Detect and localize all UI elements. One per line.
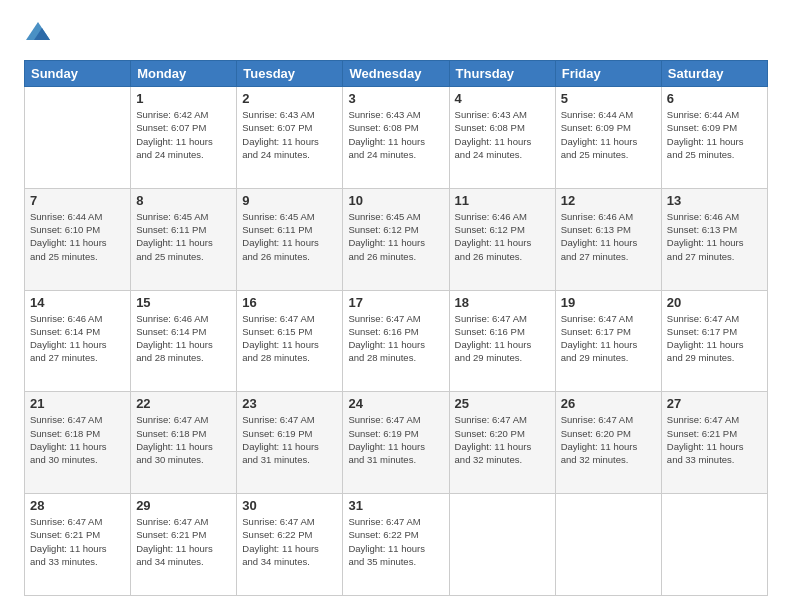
day-info: Sunrise: 6:46 AM Sunset: 6:14 PM Dayligh… [136,312,231,365]
calendar-header-row: SundayMondayTuesdayWednesdayThursdayFrid… [25,61,768,87]
logo [24,20,56,48]
day-number: 11 [455,193,550,208]
calendar-day-header: Saturday [661,61,767,87]
day-info: Sunrise: 6:47 AM Sunset: 6:22 PM Dayligh… [348,515,443,568]
day-info: Sunrise: 6:47 AM Sunset: 6:21 PM Dayligh… [30,515,125,568]
calendar-cell: 13Sunrise: 6:46 AM Sunset: 6:13 PM Dayli… [661,188,767,290]
calendar-cell: 17Sunrise: 6:47 AM Sunset: 6:16 PM Dayli… [343,290,449,392]
day-info: Sunrise: 6:45 AM Sunset: 6:12 PM Dayligh… [348,210,443,263]
day-number: 21 [30,396,125,411]
day-number: 9 [242,193,337,208]
day-number: 10 [348,193,443,208]
day-info: Sunrise: 6:46 AM Sunset: 6:12 PM Dayligh… [455,210,550,263]
day-info: Sunrise: 6:47 AM Sunset: 6:19 PM Dayligh… [348,413,443,466]
calendar-cell [25,87,131,189]
calendar-cell [555,494,661,596]
day-info: Sunrise: 6:43 AM Sunset: 6:08 PM Dayligh… [455,108,550,161]
day-info: Sunrise: 6:47 AM Sunset: 6:16 PM Dayligh… [455,312,550,365]
day-info: Sunrise: 6:47 AM Sunset: 6:17 PM Dayligh… [561,312,656,365]
calendar-cell: 7Sunrise: 6:44 AM Sunset: 6:10 PM Daylig… [25,188,131,290]
calendar-cell: 9Sunrise: 6:45 AM Sunset: 6:11 PM Daylig… [237,188,343,290]
calendar-cell: 28Sunrise: 6:47 AM Sunset: 6:21 PM Dayli… [25,494,131,596]
day-number: 17 [348,295,443,310]
calendar-cell: 8Sunrise: 6:45 AM Sunset: 6:11 PM Daylig… [131,188,237,290]
day-number: 24 [348,396,443,411]
calendar-week-row: 1Sunrise: 6:42 AM Sunset: 6:07 PM Daylig… [25,87,768,189]
day-info: Sunrise: 6:47 AM Sunset: 6:16 PM Dayligh… [348,312,443,365]
day-number: 5 [561,91,656,106]
day-number: 18 [455,295,550,310]
day-info: Sunrise: 6:44 AM Sunset: 6:09 PM Dayligh… [561,108,656,161]
header [24,20,768,48]
day-info: Sunrise: 6:45 AM Sunset: 6:11 PM Dayligh… [242,210,337,263]
calendar-cell: 12Sunrise: 6:46 AM Sunset: 6:13 PM Dayli… [555,188,661,290]
day-info: Sunrise: 6:42 AM Sunset: 6:07 PM Dayligh… [136,108,231,161]
day-info: Sunrise: 6:47 AM Sunset: 6:21 PM Dayligh… [136,515,231,568]
day-number: 2 [242,91,337,106]
day-number: 12 [561,193,656,208]
day-number: 15 [136,295,231,310]
calendar-cell: 23Sunrise: 6:47 AM Sunset: 6:19 PM Dayli… [237,392,343,494]
calendar-day-header: Sunday [25,61,131,87]
calendar-day-header: Monday [131,61,237,87]
calendar-cell: 1Sunrise: 6:42 AM Sunset: 6:07 PM Daylig… [131,87,237,189]
day-info: Sunrise: 6:47 AM Sunset: 6:21 PM Dayligh… [667,413,762,466]
day-info: Sunrise: 6:46 AM Sunset: 6:13 PM Dayligh… [561,210,656,263]
day-number: 26 [561,396,656,411]
calendar-week-row: 28Sunrise: 6:47 AM Sunset: 6:21 PM Dayli… [25,494,768,596]
day-info: Sunrise: 6:47 AM Sunset: 6:22 PM Dayligh… [242,515,337,568]
day-info: Sunrise: 6:45 AM Sunset: 6:11 PM Dayligh… [136,210,231,263]
day-number: 31 [348,498,443,513]
calendar-cell: 29Sunrise: 6:47 AM Sunset: 6:21 PM Dayli… [131,494,237,596]
day-info: Sunrise: 6:43 AM Sunset: 6:08 PM Dayligh… [348,108,443,161]
day-number: 22 [136,396,231,411]
day-number: 13 [667,193,762,208]
day-number: 28 [30,498,125,513]
day-info: Sunrise: 6:46 AM Sunset: 6:14 PM Dayligh… [30,312,125,365]
day-info: Sunrise: 6:44 AM Sunset: 6:09 PM Dayligh… [667,108,762,161]
day-number: 25 [455,396,550,411]
day-number: 27 [667,396,762,411]
day-info: Sunrise: 6:44 AM Sunset: 6:10 PM Dayligh… [30,210,125,263]
day-info: Sunrise: 6:47 AM Sunset: 6:20 PM Dayligh… [455,413,550,466]
day-info: Sunrise: 6:46 AM Sunset: 6:13 PM Dayligh… [667,210,762,263]
day-info: Sunrise: 6:47 AM Sunset: 6:15 PM Dayligh… [242,312,337,365]
day-number: 1 [136,91,231,106]
day-info: Sunrise: 6:47 AM Sunset: 6:19 PM Dayligh… [242,413,337,466]
calendar-table: SundayMondayTuesdayWednesdayThursdayFrid… [24,60,768,596]
day-number: 4 [455,91,550,106]
day-number: 16 [242,295,337,310]
calendar-cell: 3Sunrise: 6:43 AM Sunset: 6:08 PM Daylig… [343,87,449,189]
day-number: 6 [667,91,762,106]
calendar-cell: 26Sunrise: 6:47 AM Sunset: 6:20 PM Dayli… [555,392,661,494]
day-number: 8 [136,193,231,208]
page: SundayMondayTuesdayWednesdayThursdayFrid… [0,0,792,612]
calendar-cell: 14Sunrise: 6:46 AM Sunset: 6:14 PM Dayli… [25,290,131,392]
day-number: 29 [136,498,231,513]
day-number: 7 [30,193,125,208]
day-info: Sunrise: 6:47 AM Sunset: 6:17 PM Dayligh… [667,312,762,365]
calendar-cell: 25Sunrise: 6:47 AM Sunset: 6:20 PM Dayli… [449,392,555,494]
calendar-week-row: 21Sunrise: 6:47 AM Sunset: 6:18 PM Dayli… [25,392,768,494]
calendar-cell: 10Sunrise: 6:45 AM Sunset: 6:12 PM Dayli… [343,188,449,290]
calendar-cell: 22Sunrise: 6:47 AM Sunset: 6:18 PM Dayli… [131,392,237,494]
calendar-day-header: Wednesday [343,61,449,87]
calendar-cell: 2Sunrise: 6:43 AM Sunset: 6:07 PM Daylig… [237,87,343,189]
calendar-week-row: 7Sunrise: 6:44 AM Sunset: 6:10 PM Daylig… [25,188,768,290]
calendar-cell [449,494,555,596]
calendar-cell: 18Sunrise: 6:47 AM Sunset: 6:16 PM Dayli… [449,290,555,392]
day-number: 20 [667,295,762,310]
calendar-cell: 11Sunrise: 6:46 AM Sunset: 6:12 PM Dayli… [449,188,555,290]
calendar-cell: 4Sunrise: 6:43 AM Sunset: 6:08 PM Daylig… [449,87,555,189]
logo-icon [24,20,52,48]
calendar-cell: 5Sunrise: 6:44 AM Sunset: 6:09 PM Daylig… [555,87,661,189]
day-number: 19 [561,295,656,310]
calendar-cell: 20Sunrise: 6:47 AM Sunset: 6:17 PM Dayli… [661,290,767,392]
day-info: Sunrise: 6:47 AM Sunset: 6:20 PM Dayligh… [561,413,656,466]
calendar-cell: 16Sunrise: 6:47 AM Sunset: 6:15 PM Dayli… [237,290,343,392]
calendar-week-row: 14Sunrise: 6:46 AM Sunset: 6:14 PM Dayli… [25,290,768,392]
day-number: 3 [348,91,443,106]
calendar-cell: 31Sunrise: 6:47 AM Sunset: 6:22 PM Dayli… [343,494,449,596]
calendar-cell: 6Sunrise: 6:44 AM Sunset: 6:09 PM Daylig… [661,87,767,189]
calendar-cell: 21Sunrise: 6:47 AM Sunset: 6:18 PM Dayli… [25,392,131,494]
